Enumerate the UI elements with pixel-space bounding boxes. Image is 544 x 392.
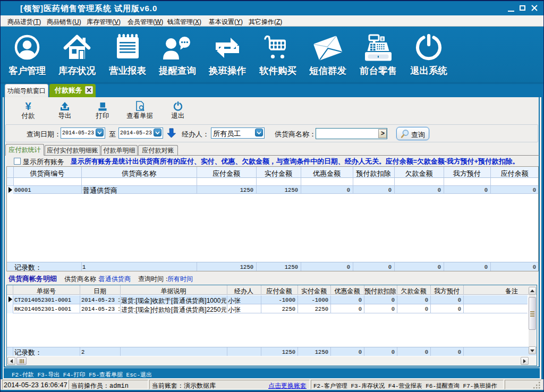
svg-text:¥: ¥	[25, 101, 31, 112]
